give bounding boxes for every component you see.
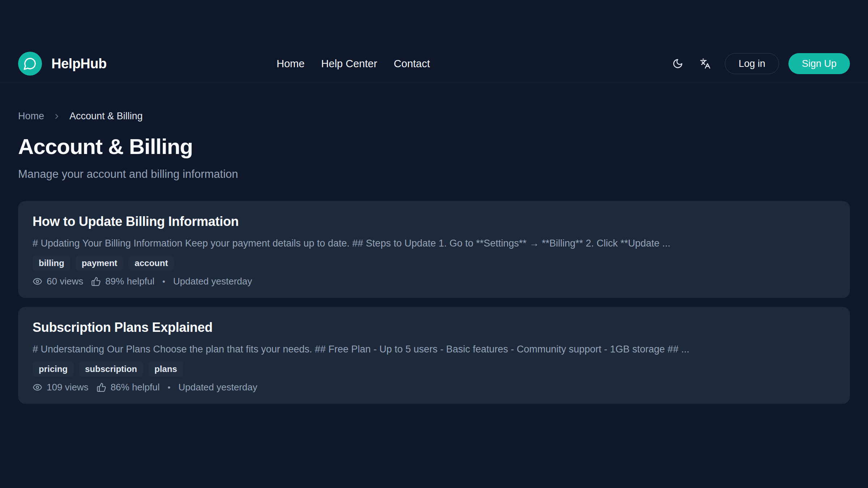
article-title[interactable]: How to Update Billing Information: [33, 214, 835, 229]
article-card[interactable]: How to Update Billing Information # Upda…: [18, 201, 850, 298]
views-count: 60 views: [33, 276, 83, 287]
login-button[interactable]: Log in: [725, 53, 779, 74]
top-navbar: HelpHub Home Help Center Contact: [0, 0, 868, 82]
tag-badge: billing: [33, 256, 71, 271]
article-meta: 60 views 89% helpful • Updated yesterday: [33, 276, 835, 287]
article-preview: # Understanding Our Plans Choose the pla…: [33, 344, 835, 355]
article-tags: billing payment account: [33, 256, 835, 271]
tag-badge: plans: [148, 361, 183, 377]
breadcrumb-current: Account & Billing: [69, 111, 143, 122]
article-meta: 109 views 86% helpful • Updated yesterda…: [33, 382, 835, 393]
views-count: 109 views: [33, 382, 89, 393]
helpful-label: 89% helpful: [105, 276, 154, 287]
languages-icon: [700, 58, 711, 69]
nav-link-home[interactable]: Home: [277, 58, 305, 70]
page-subtitle: Manage your account and billing informat…: [18, 168, 850, 181]
article-card[interactable]: Subscription Plans Explained # Understan…: [18, 307, 850, 404]
signup-button[interactable]: Sign Up: [788, 53, 850, 74]
article-title[interactable]: Subscription Plans Explained: [33, 320, 835, 335]
article-tags: pricing subscription plans: [33, 361, 835, 377]
chevron-right-icon: [53, 112, 61, 120]
thumbs-up-icon: [97, 382, 106, 392]
nav-link-help-center[interactable]: Help Center: [321, 58, 377, 70]
main-content: Home Account & Billing Account & Billing…: [0, 111, 868, 404]
helpful-count: 86% helpful: [97, 382, 160, 393]
language-button[interactable]: [697, 56, 713, 72]
brand-logo[interactable]: HelpHub: [18, 52, 107, 76]
nav-links: Home Help Center Contact: [277, 58, 430, 70]
updated-label: Updated yesterday: [173, 276, 252, 287]
message-circle-icon: [18, 52, 42, 76]
tag-badge: subscription: [79, 361, 143, 377]
meta-separator-dot: •: [162, 277, 165, 286]
article-list: How to Update Billing Information # Upda…: [18, 201, 850, 404]
breadcrumb-home-link[interactable]: Home: [18, 111, 44, 122]
theme-toggle-button[interactable]: [670, 56, 686, 72]
tag-badge: pricing: [33, 361, 74, 377]
article-preview: # Updating Your Billing Information Keep…: [33, 238, 835, 249]
navbar-actions: Log in Sign Up: [670, 53, 850, 74]
brand-name: HelpHub: [51, 56, 107, 72]
eye-icon: [33, 382, 42, 392]
tag-badge: account: [128, 256, 174, 271]
views-label: 60 views: [47, 276, 83, 287]
tag-badge: payment: [76, 256, 124, 271]
helpful-count: 89% helpful: [91, 276, 154, 287]
views-label: 109 views: [47, 382, 89, 393]
helpful-label: 86% helpful: [111, 382, 160, 393]
nav-link-contact[interactable]: Contact: [394, 58, 430, 70]
meta-separator-dot: •: [168, 383, 171, 392]
navbar-inner: HelpHub Home Help Center Contact: [18, 52, 850, 76]
thumbs-up-icon: [91, 277, 101, 286]
moon-icon: [672, 58, 683, 69]
updated-label: Updated yesterday: [178, 382, 257, 393]
page-title: Account & Billing: [18, 134, 850, 159]
eye-icon: [33, 277, 42, 286]
breadcrumb: Home Account & Billing: [18, 111, 850, 122]
